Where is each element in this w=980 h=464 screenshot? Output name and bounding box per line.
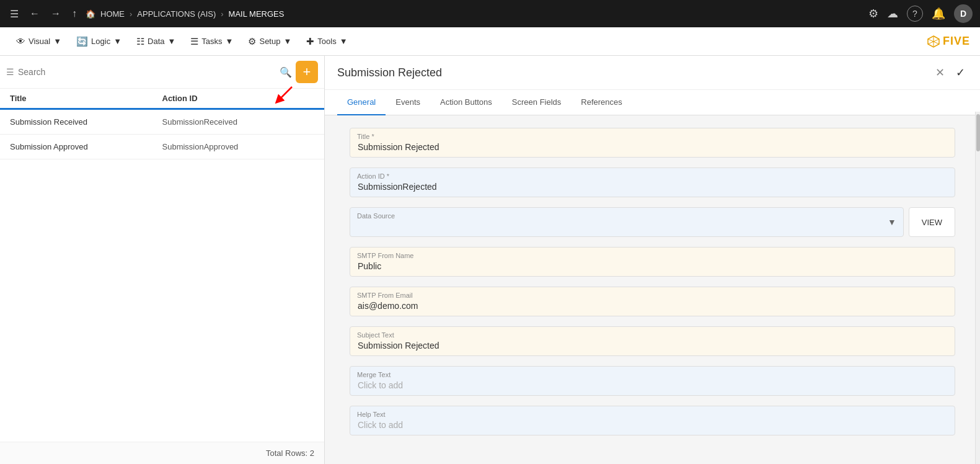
right-panel: Submission Rejected ✕ ✓ General Events A… — [325, 56, 980, 464]
nav-right: ⚙ ☁ ? 🔔 D — [868, 4, 973, 23]
setup-label: Setup — [259, 37, 280, 46]
tab-events[interactable]: Events — [386, 90, 430, 115]
left-panel: ☰ 🔍 + Title Action ID — [0, 56, 325, 464]
table-row[interactable]: Submission Received SubmissionReceived — [0, 110, 324, 135]
toolbar-tools[interactable]: ✚ Tools ▼ — [300, 32, 353, 51]
row-action-id: SubmissionApproved — [162, 142, 315, 151]
merge-text-field-group: Merge Text — [350, 366, 955, 396]
smtp-from-name-field-group: SMTP From Name — [350, 247, 955, 277]
help-icon[interactable]: ? — [907, 6, 923, 22]
table-rows: Submission Received SubmissionReceived S… — [0, 110, 324, 442]
back-icon[interactable]: ← — [27, 6, 42, 22]
nav-left: ☰ ← → ↑ 🏠 HOME › APPLICATIONS (AIS) › MA… — [7, 6, 863, 22]
avatar[interactable]: D — [954, 4, 973, 23]
breadcrumb-sep2: › — [221, 9, 223, 19]
tools-label: Tools — [317, 37, 336, 46]
tabs-bar: General Events Action Buttons Screen Fie… — [325, 90, 980, 115]
add-button[interactable]: + — [296, 61, 318, 83]
row-action-id: SubmissionReceived — [162, 117, 315, 127]
home-link[interactable]: HOME — [100, 9, 125, 19]
toolbar-tasks[interactable]: ☰ Tasks ▼ — [184, 32, 239, 51]
settings-icon[interactable]: ⚙ — [868, 7, 878, 20]
applications-link[interactable]: APPLICATIONS (AIS) — [137, 9, 216, 19]
view-button[interactable]: VIEW — [909, 207, 955, 237]
setup-chevron: ▼ — [283, 37, 291, 46]
svg-line-5 — [278, 87, 292, 100]
main-toolbar: 👁 Visual ▼ 🔄 Logic ▼ ☷ Data ▼ ☰ Tasks ▼ … — [0, 27, 980, 56]
toolbar-visual[interactable]: 👁 Visual ▼ — [10, 32, 68, 50]
tasks-icon: ☰ — [190, 36, 198, 47]
top-navigation-bar: ☰ ← → ↑ 🏠 HOME › APPLICATIONS (AIS) › MA… — [0, 0, 980, 27]
logic-chevron: ▼ — [113, 37, 121, 46]
tab-screen-fields[interactable]: Screen Fields — [502, 90, 571, 115]
logic-icon: 🔄 — [76, 36, 88, 47]
row-title: Submission Approved — [10, 142, 162, 151]
tasks-label: Tasks — [201, 37, 222, 46]
data-chevron: ▼ — [167, 37, 175, 46]
row-title: Submission Received — [10, 117, 162, 127]
logo-icon — [927, 35, 940, 48]
toolbar-left: 👁 Visual ▼ 🔄 Logic ▼ ☷ Data ▼ ☰ Tasks ▼ … — [10, 32, 354, 51]
tab-action-buttons[interactable]: Action Buttons — [430, 90, 502, 115]
home-icon: 🏠 — [86, 9, 95, 19]
menu-icon[interactable]: ☰ — [7, 6, 21, 22]
data-label: Data — [148, 37, 164, 46]
bell-icon[interactable]: 🔔 — [932, 7, 945, 20]
red-arrow-indicator — [273, 84, 298, 109]
data-icon: ☷ — [136, 36, 144, 47]
scrollbar-thumb[interactable] — [976, 114, 980, 151]
help-text-field-group: Help Text — [350, 406, 955, 435]
logic-label: Logic — [91, 37, 110, 46]
toolbar-setup[interactable]: ⚙ Setup ▼ — [242, 32, 298, 51]
confirm-icon[interactable]: ✓ — [953, 63, 968, 82]
search-bar: ☰ 🔍 + — [0, 56, 324, 89]
scrollbar-track — [975, 112, 980, 464]
right-header: Submission Rejected ✕ ✓ — [325, 56, 980, 90]
smtp-from-name-input[interactable] — [350, 247, 955, 277]
tools-chevron: ▼ — [340, 37, 348, 46]
subject-text-field-group: Subject Text — [350, 326, 955, 356]
merge-text-input[interactable] — [350, 366, 955, 396]
up-icon[interactable]: ↑ — [69, 6, 79, 22]
logo: FIVE — [927, 35, 970, 48]
forward-icon[interactable]: → — [48, 6, 63, 22]
data-source-field-group: Data Source ▼ VIEW — [350, 207, 955, 237]
toolbar-right: FIVE — [927, 35, 970, 48]
tasks-chevron: ▼ — [226, 37, 234, 46]
cloud-icon[interactable]: ☁ — [887, 7, 898, 20]
setup-icon: ⚙ — [248, 36, 256, 47]
col-title-header: Title — [10, 94, 162, 103]
smtp-from-email-input[interactable] — [350, 287, 955, 316]
form-content: Title * Action ID * Data Source ▼ VIEW — [325, 115, 980, 464]
filter-icon: ☰ — [6, 67, 14, 77]
logo-text: FIVE — [943, 35, 970, 48]
right-panel-title: Submission Rejected — [337, 66, 933, 79]
action-id-input[interactable] — [350, 167, 955, 197]
tab-references[interactable]: References — [571, 90, 632, 115]
smtp-from-email-field-group: SMTP From Email — [350, 287, 955, 316]
visual-chevron: ▼ — [53, 37, 61, 46]
tab-general[interactable]: General — [337, 90, 386, 115]
toolbar-logic[interactable]: 🔄 Logic ▼ — [70, 32, 128, 51]
table-row[interactable]: Submission Approved SubmissionApproved — [0, 135, 324, 159]
toolbar-data[interactable]: ☷ Data ▼ — [130, 32, 182, 51]
search-icon[interactable]: 🔍 — [280, 66, 292, 78]
action-id-field-group: Action ID * — [350, 167, 955, 197]
close-icon[interactable]: ✕ — [933, 63, 947, 82]
mail-merges-link[interactable]: MAIL MERGES — [229, 9, 285, 19]
help-text-input[interactable] — [350, 406, 955, 435]
total-rows-label: Total Rows: 2 — [266, 448, 314, 458]
visual-icon: 👁 — [16, 36, 25, 47]
breadcrumb-sep1: › — [130, 9, 132, 19]
data-source-wrapper: Data Source ▼ — [350, 207, 904, 237]
visual-label: Visual — [29, 37, 50, 46]
title-input[interactable] — [350, 128, 955, 158]
main-layout: ☰ 🔍 + Title Action ID — [0, 56, 980, 464]
search-input[interactable] — [18, 67, 276, 77]
title-field-group: Title * — [350, 128, 955, 158]
tools-icon: ✚ — [306, 36, 314, 47]
data-source-select[interactable] — [350, 207, 904, 237]
table-footer: Total Rows: 2 — [0, 442, 324, 464]
right-panel-actions: ✕ ✓ — [933, 63, 968, 82]
subject-text-input[interactable] — [350, 326, 955, 356]
